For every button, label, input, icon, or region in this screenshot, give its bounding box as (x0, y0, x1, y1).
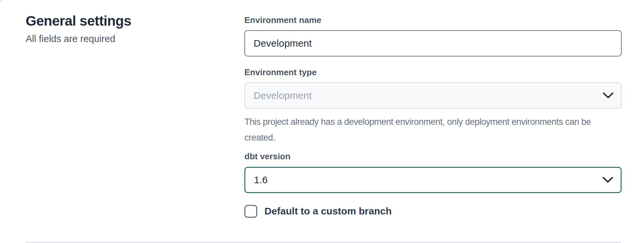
section-divider (26, 242, 621, 243)
default-custom-branch-checkbox[interactable] (244, 205, 257, 218)
section-intro: General settings All fields are required (26, 13, 244, 218)
chevron-down-icon (603, 92, 614, 99)
dbt-version-select[interactable]: 1.6 (244, 167, 622, 193)
dbt-version-selected-value: 1.6 (254, 174, 268, 186)
general-settings-panel: General settings All fields are required… (0, 0, 644, 243)
environment-type-selected-value: Development (254, 90, 312, 101)
default-custom-branch-label[interactable]: Default to a custom branch (264, 206, 392, 217)
settings-content: General settings All fields are required… (0, 0, 644, 218)
page-title: General settings (26, 13, 244, 29)
environment-name-label: Environment name (244, 15, 622, 25)
environment-type-help-text: This project already has a development e… (244, 114, 622, 145)
dbt-version-label: dbt version (244, 151, 622, 162)
environment-name-input[interactable] (244, 30, 622, 56)
settings-form: Environment name Environment type Develo… (244, 13, 622, 218)
chevron-down-icon (602, 177, 613, 183)
default-custom-branch-row: Default to a custom branch (244, 205, 622, 218)
environment-type-label: Environment type (244, 67, 622, 77)
environment-type-select: Development (244, 82, 622, 109)
page-subtitle: All fields are required (26, 33, 244, 44)
